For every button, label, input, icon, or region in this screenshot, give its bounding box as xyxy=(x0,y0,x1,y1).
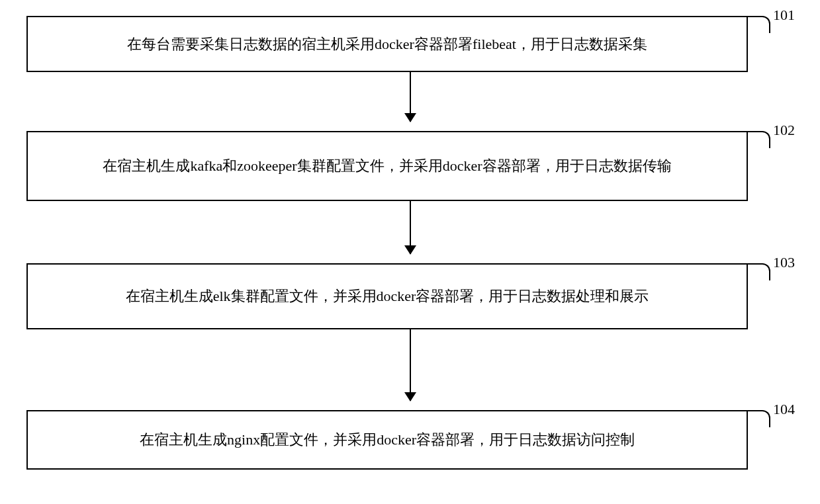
arrow-down-icon xyxy=(410,72,411,122)
step-label-101: 101 xyxy=(773,7,795,24)
step-box-103: 在宿主机生成elk集群配置文件，并采用docker容器部署，用于日志数据处理和展… xyxy=(26,263,748,329)
flowchart: 在每台需要采集日志数据的宿主机采用docker容器部署filebeat，用于日志… xyxy=(0,0,820,504)
step-text: 在每台需要采集日志数据的宿主机采用docker容器部署filebeat，用于日志… xyxy=(127,32,647,56)
step-label-104: 104 xyxy=(773,401,795,418)
step-box-102: 在宿主机生成kafka和zookeeper集群配置文件，并采用docker容器部… xyxy=(26,131,748,201)
label-connector xyxy=(748,131,770,148)
step-box-104: 在宿主机生成nginx配置文件，并采用docker容器部署，用于日志数据访问控制 xyxy=(26,410,748,470)
arrow-down-icon xyxy=(410,201,411,254)
step-box-101: 在每台需要采集日志数据的宿主机采用docker容器部署filebeat，用于日志… xyxy=(26,16,748,72)
step-label-102: 102 xyxy=(773,122,795,139)
label-connector xyxy=(748,16,770,33)
step-text: 在宿主机生成kafka和zookeeper集群配置文件，并采用docker容器部… xyxy=(103,154,671,177)
label-connector xyxy=(748,263,770,280)
label-connector xyxy=(748,410,770,427)
step-text: 在宿主机生成elk集群配置文件，并采用docker容器部署，用于日志数据处理和展… xyxy=(126,284,649,308)
step-text: 在宿主机生成nginx配置文件，并采用docker容器部署，用于日志数据访问控制 xyxy=(140,428,635,451)
step-label-103: 103 xyxy=(773,254,795,271)
arrow-down-icon xyxy=(410,329,411,401)
